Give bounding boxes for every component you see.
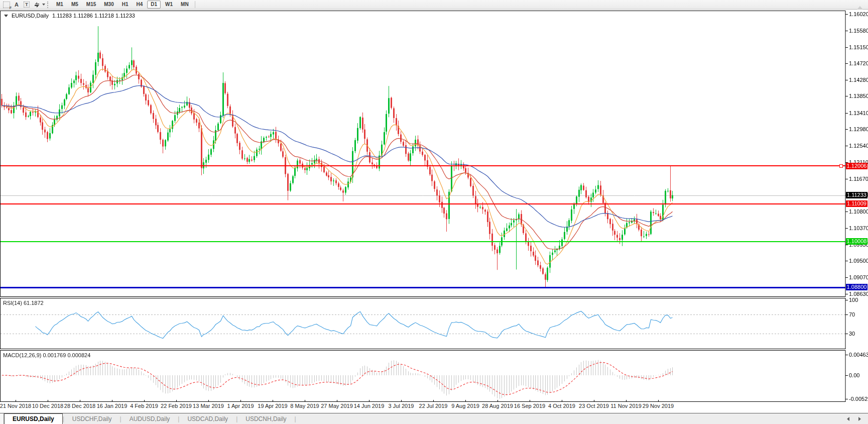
tab-divider: | bbox=[295, 413, 296, 424]
date-tick-label: 29 Nov 2019 bbox=[643, 403, 674, 409]
price-tick-label: 1.14720 bbox=[849, 60, 868, 66]
tab-scroll-arrows bbox=[847, 413, 868, 424]
date-tick-label: 23 Oct 2019 bbox=[579, 403, 609, 409]
date-tick-label: 4 Oct 2019 bbox=[548, 403, 575, 409]
macd-tick-label: -0.005299 bbox=[849, 396, 868, 402]
time-scale[interactable]: 21 Nov 201810 Dec 201828 Dec 201816 Jan … bbox=[0, 402, 845, 410]
price-scale[interactable]: 1.160201.155801.151501.147201.142801.138… bbox=[845, 10, 868, 402]
macd-indicator-label: MACD(12,26,9) 0.001769 0.000824 bbox=[3, 352, 90, 358]
tab-scroll-right-icon[interactable] bbox=[858, 417, 861, 421]
price-tick-label: 1.09070 bbox=[849, 274, 868, 280]
date-tick-label: 14 Jun 2019 bbox=[354, 403, 385, 409]
price-tick-label: 1.12980 bbox=[849, 126, 868, 132]
text-a-icon[interactable]: A bbox=[12, 1, 21, 9]
date-tick-label: 27 May 2019 bbox=[321, 403, 353, 409]
date-tick-label: 22 Feb 2019 bbox=[161, 403, 192, 409]
price-level-badge-1.12006: 1.12006 bbox=[846, 163, 867, 169]
chart-tab-usdchf[interactable]: USDCHF,Daily bbox=[64, 413, 120, 424]
price-tick-label: 1.15150 bbox=[849, 44, 868, 50]
chart-canvas[interactable] bbox=[0, 10, 868, 402]
timeframe-button-m5[interactable]: M5 bbox=[68, 1, 82, 9]
text-label-icon[interactable]: T bbox=[22, 1, 31, 9]
date-tick-label: 21 Nov 2018 bbox=[0, 403, 31, 409]
chart-tab-audusd[interactable]: AUDUSD,Daily bbox=[121, 413, 178, 424]
timeframe-button-w1[interactable]: W1 bbox=[162, 1, 176, 9]
date-tick-label: 22 Jul 2019 bbox=[419, 403, 448, 409]
arrow-styles-icon[interactable] bbox=[32, 1, 41, 9]
date-tick-label: 11 Nov 2019 bbox=[610, 403, 642, 409]
rsi-tick-label: 100 bbox=[849, 297, 858, 303]
price-tick-label: 1.15580 bbox=[849, 28, 868, 34]
dropdown-caret-icon[interactable] bbox=[42, 4, 45, 6]
chart-tab-usdcnh[interactable]: USDCNH,Daily bbox=[237, 413, 294, 424]
chart-title: EURUSD,Daily 1.11283 1.11286 1.11218 1.1… bbox=[4, 13, 135, 19]
date-tick-label: 28 Dec 2018 bbox=[64, 403, 95, 409]
price-level-badge-1.11233: 1.11233 bbox=[846, 192, 867, 198]
trading-terminal-window: F A T M1M5M15M30H1H4D1W1MN EURUSD,Daily … bbox=[0, 0, 868, 424]
toolbar-grip bbox=[47, 2, 50, 8]
tab-scroll-left-icon[interactable] bbox=[847, 417, 849, 421]
price-tick-label: 1.09500 bbox=[849, 258, 868, 264]
date-tick-label: 28 Aug 2019 bbox=[482, 403, 513, 409]
chart-menu-caret-icon[interactable] bbox=[4, 15, 8, 17]
toolbar: F A T M1M5M15M30H1H4D1W1MN bbox=[0, 0, 868, 10]
price-tick-label: 1.10370 bbox=[849, 225, 868, 231]
ohlc-values: 1.11283 1.11286 1.11218 1.11233 bbox=[52, 13, 135, 19]
price-tick-label: 1.13410 bbox=[849, 110, 868, 116]
timeframe-group: M1M5M15M30H1H4D1W1MN bbox=[52, 1, 193, 9]
date-tick-label: 19 Apr 2019 bbox=[258, 403, 287, 409]
date-tick-label: 1 Apr 2019 bbox=[227, 403, 254, 409]
date-tick-label: 4 Feb 2019 bbox=[130, 403, 158, 409]
chart-tab-eurusd[interactable]: EURUSD,Daily bbox=[4, 413, 63, 424]
grid-f-icon[interactable]: F bbox=[2, 1, 11, 9]
timeframe-button-h4[interactable]: H4 bbox=[133, 1, 147, 9]
scroll-up-icon bbox=[857, 6, 863, 10]
tab-list: EURUSD,Daily|USDCHF,Daily|AUDUSD,Daily|U… bbox=[4, 413, 296, 424]
symbol-period-label: EURUSD,Daily bbox=[12, 13, 49, 19]
timeframe-button-d1[interactable]: D1 bbox=[147, 1, 161, 9]
rsi-indicator-label: RSI(14) 61.1872 bbox=[3, 300, 44, 306]
rsi-tick-label: 70 bbox=[849, 311, 855, 317]
price-tick-label: 1.13850 bbox=[849, 93, 868, 99]
macd-tick-label: 0.00 bbox=[849, 372, 859, 378]
date-tick-label: 9 Aug 2019 bbox=[451, 403, 479, 409]
timeframe-button-m1[interactable]: M1 bbox=[53, 1, 67, 9]
timeframe-button-mn[interactable]: MN bbox=[177, 1, 192, 9]
price-tick-label: 1.08630 bbox=[849, 291, 868, 297]
price-level-badge-1.10008: 1.10008 bbox=[846, 238, 867, 245]
date-tick-label: 8 May 2019 bbox=[290, 403, 319, 409]
diagonal-arrows-glyph bbox=[34, 2, 40, 8]
price-tick-label: 1.16020 bbox=[849, 11, 868, 17]
price-level-badge-1.08800: 1.08800 bbox=[846, 284, 867, 290]
timeframe-button-h1[interactable]: H1 bbox=[118, 1, 132, 9]
price-tick-label: 1.11670 bbox=[849, 176, 868, 182]
chart-tab-usdcad[interactable]: USDCAD,Daily bbox=[179, 413, 236, 424]
date-tick-label: 3 Jul 2019 bbox=[389, 403, 414, 409]
price-tick-label: 1.14280 bbox=[849, 77, 868, 83]
macd-tick-label: 0.00463 bbox=[849, 352, 868, 358]
date-tick-label: 13 Mar 2019 bbox=[193, 403, 224, 409]
timeframe-button-m15[interactable]: M15 bbox=[83, 1, 99, 9]
date-tick-label: 16 Jan 2019 bbox=[97, 403, 128, 409]
chart-tab-bar: EURUSD,Daily|USDCHF,Daily|AUDUSD,Daily|U… bbox=[0, 413, 868, 424]
tab-bar-notch bbox=[0, 413, 4, 424]
date-tick-label: 10 Dec 2018 bbox=[32, 403, 63, 409]
timeframe-button-m30[interactable]: M30 bbox=[100, 1, 117, 9]
rsi-tick-label: 30 bbox=[849, 331, 855, 337]
price-level-badge-1.11009: 1.11009 bbox=[846, 200, 867, 207]
price-tick-label: 1.10800 bbox=[849, 208, 868, 215]
date-tick-label: 16 Sep 2019 bbox=[514, 403, 545, 409]
toolbar-separator bbox=[195, 1, 195, 8]
price-tick-label: 1.12540 bbox=[849, 143, 868, 149]
